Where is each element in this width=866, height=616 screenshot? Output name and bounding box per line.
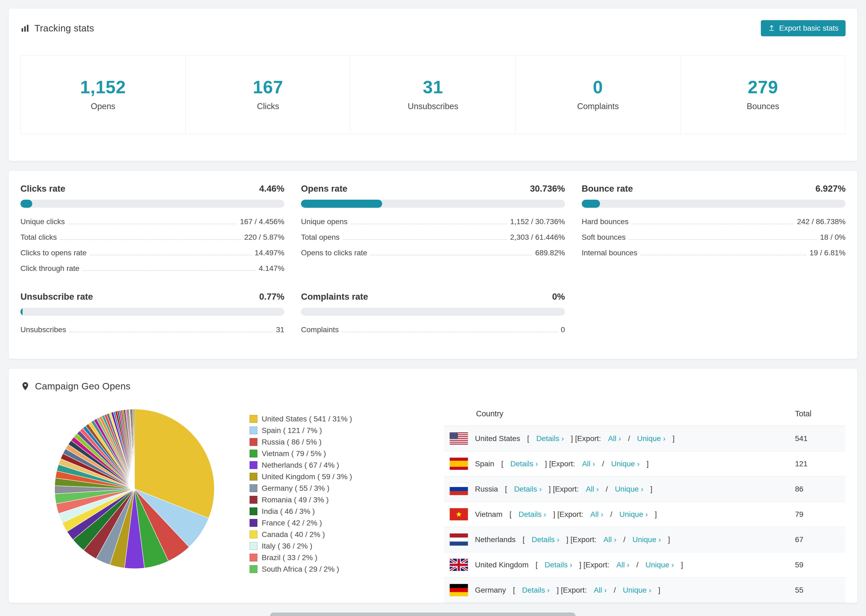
rate-title: Bounce rate	[582, 184, 633, 194]
country-name: United States	[475, 434, 520, 443]
details-link[interactable]: Details ›	[545, 561, 572, 569]
legend-label: United Kingdom ( 59 / 3% )	[262, 473, 352, 481]
country-cell: United States [Details ›] [Export: All ›…	[444, 426, 789, 451]
export-unique-link[interactable]: Unique ›	[615, 485, 643, 493]
rate-row-value: 19 / 6.81%	[809, 248, 846, 258]
export-all-link[interactable]: All ›	[590, 510, 603, 519]
rate-row-label: Unique opens	[301, 217, 348, 227]
progress-bar	[301, 308, 565, 316]
legend-swatch	[250, 484, 257, 492]
export-unique-link[interactable]: Unique ›	[619, 510, 648, 519]
rate-value: 0.77%	[259, 292, 285, 302]
rate-value: 30.736%	[530, 184, 565, 194]
details-link[interactable]: Details ›	[518, 510, 546, 519]
export-all-link[interactable]: All ›	[582, 460, 595, 468]
flag-de-icon	[450, 584, 468, 596]
export-all-link[interactable]: All ›	[586, 485, 599, 493]
rate-value: 0%	[552, 292, 565, 302]
rate-row-label: Soft bounces	[582, 233, 625, 243]
stat-label: Opens	[21, 102, 185, 111]
legend-label: Romania ( 49 / 3% )	[262, 496, 329, 504]
stat-value: 31	[351, 77, 515, 97]
rate-row: Unique opens1,152 / 30.736%	[301, 212, 565, 227]
dotted-leader	[83, 270, 255, 271]
legend-label: Germany ( 55 / 3% )	[262, 484, 329, 493]
rate-block: Bounce rate6.927%Hard bounces242 / 86.73…	[582, 184, 846, 274]
stat-value: 167	[186, 77, 350, 97]
legend-swatch	[250, 438, 257, 446]
rate-row-label: Unsubscribes	[20, 325, 66, 335]
rate-value: 4.46%	[259, 184, 285, 194]
export-icon	[768, 24, 775, 32]
horizontal-scrollbar-thumb[interactable]	[270, 613, 576, 616]
stat-box: 167Clicks	[186, 56, 350, 134]
country-name: Netherlands	[475, 535, 516, 544]
stat-box: 0Complaints	[516, 56, 680, 134]
rate-row: Unsubscribes31	[20, 319, 284, 335]
legend-item: France ( 42 / 2% )	[250, 517, 400, 529]
export-unique-link[interactable]: Unique ›	[633, 535, 661, 544]
country-cell: Russia [Details ›] [Export: All › / Uniq…	[444, 476, 789, 502]
details-link[interactable]: Details ›	[532, 535, 559, 544]
rate-row: Unique clicks167 / 4.456%	[20, 212, 284, 227]
progress-bar-fill	[20, 308, 23, 316]
rate-row: Internal bounces19 / 6.81%	[582, 243, 846, 258]
country-name: Russia	[475, 485, 498, 493]
total-cell: 67	[789, 527, 846, 552]
export-all-link[interactable]: All ›	[594, 586, 607, 594]
country-cell: Netherlands [Details ›] [Export: All › /…	[444, 527, 789, 552]
rate-title: Complaints rate	[301, 292, 368, 302]
rate-rows: Complaints0	[301, 319, 565, 335]
rate-row-label: Hard bounces	[582, 217, 628, 227]
tracking-stats-header: Tracking stats Export basic stats	[20, 20, 846, 36]
tracking-stats-card: Tracking stats Export basic stats 1,152O…	[8, 8, 858, 161]
rate-row-value: 0	[561, 325, 565, 335]
rate-title: Clicks rate	[20, 184, 65, 194]
table-row: Vietnam [Details ›] [Export: All › / Uni…	[444, 502, 846, 527]
details-link[interactable]: Details ›	[522, 586, 550, 594]
export-unique-link[interactable]: Unique ›	[623, 586, 651, 594]
country-cell: Spain [Details ›] [Export: All › / Uniqu…	[444, 451, 789, 476]
export-all-link[interactable]: All ›	[603, 535, 616, 544]
stat-value: 279	[681, 77, 845, 97]
details-link[interactable]: Details ›	[514, 485, 542, 493]
rate-row: Soft bounces18 / 0%	[582, 227, 846, 243]
rate-row-label: Complaints	[301, 325, 339, 335]
rate-row-value: 31	[276, 325, 284, 335]
geo-table: Country Total United States [Details ›] …	[444, 401, 846, 603]
legend-item: Russia ( 86 / 5% )	[250, 436, 400, 448]
details-link[interactable]: Details ›	[536, 434, 564, 443]
export-unique-link[interactable]: Unique ›	[646, 561, 674, 569]
legend-item: India ( 46 / 3% )	[250, 506, 400, 517]
total-cell: 55	[789, 578, 846, 603]
stat-value: 1,152	[21, 77, 185, 97]
progress-bar	[20, 308, 284, 316]
flag-gb-icon	[450, 559, 468, 571]
rate-row-value: 167 / 4.456%	[240, 217, 284, 227]
country-cell-content: Vietnam [Details ›] [Export: All › / Uni…	[450, 508, 789, 520]
legend-label: Brazil ( 33 / 2% )	[262, 553, 317, 562]
details-link[interactable]: Details ›	[510, 460, 538, 468]
export-all-link[interactable]: All ›	[608, 434, 621, 443]
dotted-leader	[342, 332, 557, 332]
progress-bar-fill	[20, 200, 32, 208]
rate-rows: Unique opens1,152 / 30.736%Total opens2,…	[301, 212, 565, 258]
table-row: Spain [Details ›] [Export: All › / Uniqu…	[444, 451, 846, 476]
export-unique-link[interactable]: Unique ›	[637, 434, 666, 443]
legend-label: Russia ( 86 / 5% )	[262, 438, 322, 446]
export-all-link[interactable]: All ›	[616, 561, 629, 569]
legend-swatch	[250, 461, 257, 469]
legend-swatch	[250, 565, 257, 573]
country-cell-content: Netherlands [Details ›] [Export: All › /…	[450, 533, 789, 545]
page: Tracking stats Export basic stats 1,152O…	[0, 0, 866, 611]
export-unique-link[interactable]: Unique ›	[611, 460, 639, 468]
rate-row-value: 2,303 / 61.446%	[510, 233, 565, 243]
rate-row-label: Internal bounces	[582, 248, 638, 258]
rate-row-value: 689.82%	[535, 248, 565, 258]
geo-pie-legend: United States ( 541 / 31% )Spain ( 121 /…	[250, 413, 400, 575]
export-basic-stats-button[interactable]: Export basic stats	[761, 20, 846, 36]
stat-box: 279Bounces	[681, 56, 845, 134]
rate-row-label: Unique clicks	[20, 217, 65, 227]
stat-value: 0	[516, 77, 680, 97]
legend-item: Italy ( 36 / 2% )	[250, 540, 400, 552]
